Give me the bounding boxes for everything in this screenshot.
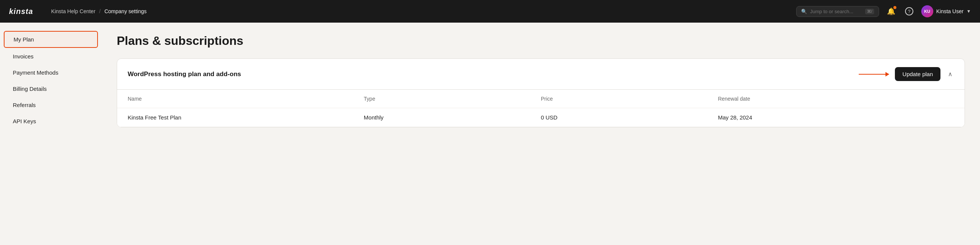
cell-name: Kinsta Free Test Plan: [128, 114, 364, 121]
sidebar-item-referrals[interactable]: Referrals: [4, 97, 98, 113]
breadcrumb-link[interactable]: Kinsta Help Center: [51, 8, 95, 14]
user-menu[interactable]: KU Kinsta User ▼: [921, 5, 971, 18]
col-header-price: Price: [541, 96, 718, 102]
sidebar-item-label: My Plan: [14, 36, 34, 43]
card-header: WordPress hosting plan and add-ons Updat…: [117, 59, 964, 90]
table-row: Kinsta Free Test Plan Monthly 0 USD May …: [117, 108, 964, 127]
sidebar-item-api-keys[interactable]: API Keys: [4, 113, 98, 129]
sidebar-item-payment-methods[interactable]: Payment Methods: [4, 65, 98, 80]
card-header-right: Update plan ∧: [859, 67, 954, 81]
sidebar-item-label: Referrals: [13, 102, 36, 108]
user-name: Kinsta User: [936, 8, 963, 14]
main-layout: My Plan Invoices Payment Methods Billing…: [0, 22, 980, 245]
search-input[interactable]: [810, 9, 862, 14]
search-box[interactable]: 🔍 ⌘/: [796, 6, 879, 17]
notification-badge: [893, 6, 896, 9]
search-icon: 🔍: [801, 9, 807, 14]
sidebar-item-billing-details[interactable]: Billing Details: [4, 81, 98, 97]
collapse-button[interactable]: ∧: [947, 69, 954, 79]
card-header-title: WordPress hosting plan and add-ons: [128, 70, 241, 78]
breadcrumb-separator: /: [99, 8, 100, 14]
sidebar: My Plan Invoices Payment Methods Billing…: [0, 22, 102, 245]
col-header-renewal: Renewal date: [718, 96, 954, 102]
cell-renewal-date: May 28, 2024: [718, 114, 954, 121]
arrow-indicator: [859, 74, 889, 75]
arrow-line: [859, 74, 889, 75]
sidebar-item-my-plan[interactable]: My Plan: [4, 31, 98, 48]
chevron-down-icon: ▼: [966, 9, 971, 14]
help-button[interactable]: ?: [903, 5, 915, 18]
notifications-button[interactable]: 🔔: [885, 5, 897, 18]
sidebar-item-label: Billing Details: [13, 86, 47, 92]
col-header-type: Type: [364, 96, 541, 102]
sidebar-item-label: Invoices: [13, 53, 33, 60]
cell-price: 0 USD: [541, 114, 718, 121]
plan-card: WordPress hosting plan and add-ons Updat…: [117, 59, 965, 127]
chevron-up-icon: ∧: [948, 71, 953, 77]
sidebar-item-invoices[interactable]: Invoices: [4, 49, 98, 64]
sidebar-item-label: API Keys: [13, 118, 36, 124]
breadcrumb: Kinsta Help Center / Company settings: [51, 8, 796, 14]
question-icon: ?: [905, 7, 913, 16]
topnav-right: 🔍 ⌘/ 🔔 ? KU Kinsta User ▼: [796, 5, 971, 18]
avatar: KU: [921, 5, 933, 18]
page-title: Plans & subscriptions: [117, 34, 965, 48]
sidebar-item-label: Payment Methods: [13, 69, 58, 76]
main-content: Plans & subscriptions WordPress hosting …: [102, 22, 980, 245]
breadcrumb-current: Company settings: [104, 8, 146, 14]
top-navigation: kinsta Kinsta Help Center / Company sett…: [0, 0, 980, 22]
logo: kinsta: [9, 7, 33, 16]
cell-type: Monthly: [364, 114, 541, 121]
col-header-name: Name: [128, 96, 364, 102]
update-plan-button[interactable]: Update plan: [895, 67, 940, 81]
table-header: Name Type Price Renewal date: [117, 90, 964, 108]
search-shortcut: ⌘/: [865, 9, 874, 14]
